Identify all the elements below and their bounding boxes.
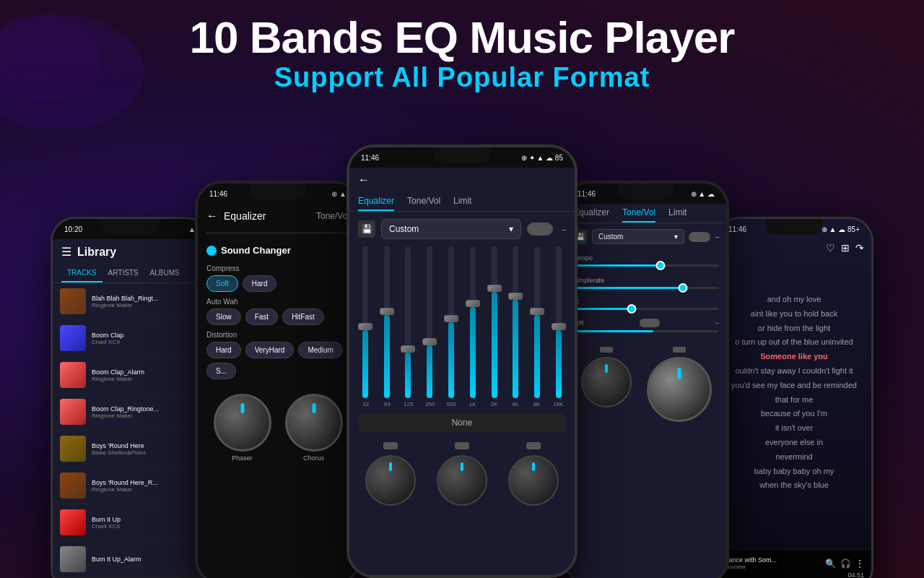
ie-thumb[interactable] (627, 304, 636, 314)
hitfast-button[interactable]: HitFast (282, 309, 324, 325)
eq-track-32[interactable] (362, 246, 368, 398)
knob-slider-3[interactable] (526, 442, 541, 449)
list-item[interactable]: Boys 'Round Here_R... Ringtone Maker (53, 467, 207, 504)
list-item[interactable]: Boom Clap Charli XCX (53, 320, 207, 357)
eq-track-1k[interactable] (470, 246, 476, 398)
preset-select-4[interactable]: Custom ▾ (592, 229, 684, 244)
library-tabs: TRACKS ARTISTS ALBUMS (53, 264, 207, 283)
track-name: Blah Blah Blah_Ringt... (92, 295, 200, 302)
eq-track-250[interactable] (427, 246, 432, 398)
veryhard-button[interactable]: VeryHard (245, 342, 295, 358)
eq-track-4k[interactable] (513, 246, 518, 398)
tab-lim-4[interactable]: Limit (668, 204, 687, 223)
back-button-3[interactable]: ← (358, 173, 370, 186)
tone-vol-label[interactable]: Tone/Vol (316, 211, 349, 221)
bottom-knob-1[interactable] (365, 455, 416, 506)
tab-albums[interactable]: ALBUMS (144, 264, 186, 282)
track-list: Blah Blah Blah_Ringt... Ringtone Maker B… (53, 283, 207, 578)
tab-artists[interactable]: ARTISTS (103, 264, 144, 282)
tab-tonevol-3[interactable]: Tone/Vol (407, 192, 440, 211)
list-item[interactable]: Bum It Up_Alarm (53, 541, 207, 578)
freq-label-64: 64 (377, 401, 398, 407)
toggle-4[interactable] (689, 232, 710, 242)
eq-handle-125[interactable] (401, 345, 415, 353)
phaser-knob[interactable] (214, 394, 271, 452)
search-icon-np[interactable]: 🔍 (825, 558, 836, 569)
tab-equalizer-3[interactable]: Equalizer (358, 192, 394, 211)
slow-button[interactable]: Slow (206, 309, 241, 325)
menu-icon[interactable]: ☰ (61, 245, 71, 259)
tab-tracks[interactable]: TRACKS (61, 264, 103, 282)
ie-slider[interactable] (573, 308, 719, 310)
heart-icon[interactable]: ♡ (826, 242, 835, 254)
eq-handle-32[interactable] (358, 323, 372, 330)
eq-handle-64[interactable] (380, 308, 394, 315)
list-item[interactable]: Bum It Up Charli XCX (53, 504, 207, 541)
more-icon[interactable]: ⋮ (855, 558, 864, 569)
eq-handle-8k[interactable] (530, 308, 544, 315)
eq-handle-250[interactable] (422, 338, 437, 345)
knob-slider-1[interactable] (383, 442, 398, 449)
track-info: Blah Blah Blah_Ringt... Ringtone Maker (92, 295, 200, 309)
list-item[interactable]: Blah Blah Blah_Ringt... Ringtone Maker (53, 283, 207, 320)
headphone-icon[interactable]: 🎧 (840, 558, 851, 569)
lyric-line-5: ouldn't stay away I couldn't fight it (725, 364, 863, 379)
eq-track-500[interactable] (448, 246, 454, 398)
eq-handle-16k[interactable] (552, 323, 566, 330)
library-title: Library (77, 246, 116, 259)
eq-track-16k[interactable] (556, 246, 562, 398)
bottom-knob-2[interactable] (437, 455, 487, 506)
tone-knob-1[interactable] (581, 357, 632, 407)
soft-dist-button[interactable]: S... (206, 363, 236, 379)
track-name: Boom Clap_Ringtone... (92, 405, 200, 413)
list-item[interactable]: Boom Clap_Ringtone... Ringtone Maker (53, 394, 207, 431)
bottom-knob-3[interactable] (508, 455, 559, 506)
preset-select[interactable]: Custom ▾ (381, 219, 521, 239)
eq-track-64[interactable] (384, 246, 390, 398)
list-item[interactable]: Boom Clap_Alarm Ringtone Maker (53, 357, 207, 394)
lyric-line-12: baby baby baby oh my (725, 465, 863, 479)
tab-eq-4[interactable]: Equalizer (573, 204, 609, 223)
status-icons-2: ⊕ ▲ (331, 190, 346, 198)
hard-dist-button[interactable]: Hard (206, 342, 241, 358)
hard-button[interactable]: Hard (243, 275, 277, 292)
tempo-slider[interactable] (573, 264, 719, 267)
eq-handle-2k[interactable] (487, 285, 502, 292)
track-info: Boom Clap Charli XCX (92, 332, 200, 345)
eq3-tabs: Equalizer Tone/Vol Limit (349, 192, 575, 212)
eq-track-125[interactable] (405, 246, 411, 398)
playlist-icon[interactable]: ↷ (855, 242, 864, 254)
ier-toggle[interactable] (640, 319, 660, 327)
eq-toggle[interactable] (527, 223, 553, 236)
tab-limit-3[interactable]: Limit (453, 192, 471, 211)
eq-handle-500[interactable] (444, 315, 458, 322)
eq-handle-1k[interactable] (466, 300, 480, 307)
eq-track-2k[interactable] (492, 246, 497, 398)
lyric-line-4: Someone like you (725, 350, 863, 364)
np-info: Dance with Som... Houston (724, 556, 777, 570)
track-thumbnail (60, 473, 86, 499)
track-name: Boom Clap (92, 332, 200, 339)
medium-button[interactable]: Medium (298, 342, 343, 358)
knob-slider-2[interactable] (455, 442, 469, 449)
list-item[interactable]: Boys 'Round Here Blake Shelton&Pistol (53, 431, 207, 467)
tab-tv-4[interactable]: Tone/Vol (622, 204, 655, 223)
tempo-thumb[interactable] (656, 261, 666, 270)
large-center-knob[interactable] (647, 357, 712, 422)
simplerate-thumb[interactable] (678, 283, 687, 293)
back-button-2[interactable]: ← (206, 210, 218, 223)
eq-icon[interactable]: ⊞ (841, 242, 850, 254)
track-name: Boys 'Round Here_R... (92, 479, 200, 486)
eq-handle-4k[interactable] (508, 293, 523, 300)
reverb-row: None (358, 413, 566, 432)
eq-track-8k[interactable] (534, 246, 540, 398)
fast-button[interactable]: Fast (245, 309, 278, 325)
chorus-knob[interactable] (285, 394, 343, 452)
phone-equalizer: 11:46 ⊕ ✦ ▲ ☁ 85 ← Equalizer Tone/Vol Li… (346, 144, 578, 578)
freq-label-1k: 1K (462, 401, 484, 407)
simplerate-slider[interactable] (573, 287, 719, 289)
lyric-line-2: or hide from the light (725, 322, 863, 336)
soft-button[interactable]: Soft (206, 275, 238, 292)
knobs-row-4 (566, 337, 726, 422)
ier-slider[interactable] (573, 330, 719, 332)
